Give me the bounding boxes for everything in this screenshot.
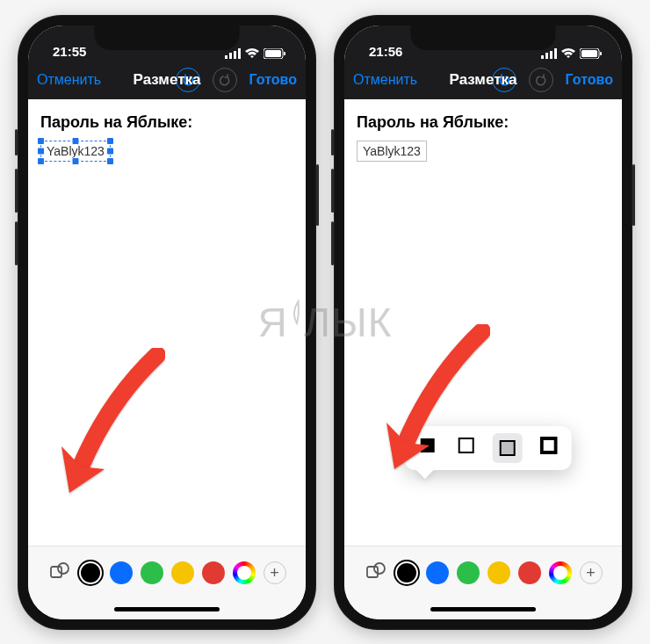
svg-rect-11 (550, 51, 552, 59)
color-swatch-black[interactable] (397, 563, 416, 582)
svg-rect-1 (229, 53, 232, 59)
watermark-left: Я (258, 299, 288, 346)
home-indicator[interactable] (344, 600, 622, 619)
nav-title: Разметка (134, 71, 201, 89)
note-heading: Пароль на Яблыке: (357, 113, 611, 132)
nav-title: Разметка (450, 71, 517, 89)
shapes-tool-button[interactable] (48, 562, 71, 584)
nav-bar: Отменить Разметка Готово (344, 61, 622, 99)
color-swatch-black[interactable] (81, 563, 100, 582)
comparison-stage: Я ЛЫК 21:55 Отменить Разметка (0, 0, 650, 644)
resize-handle-bl[interactable] (37, 157, 45, 165)
svg-rect-10 (545, 53, 548, 59)
markup-toolbar: + (344, 546, 622, 600)
cancel-button[interactable]: Отменить (37, 72, 101, 88)
svg-rect-18 (501, 441, 515, 455)
resize-handle-br[interactable] (106, 157, 114, 165)
svg-rect-6 (284, 52, 285, 55)
shape-option-filled[interactable] (415, 433, 440, 458)
color-picker-button[interactable] (233, 561, 256, 584)
svg-rect-14 (581, 50, 597, 57)
shape-option-thick[interactable] (537, 433, 561, 458)
status-right (541, 48, 603, 59)
annotation-arrow (56, 348, 170, 497)
shape-option-semi[interactable] (493, 433, 523, 463)
add-tool-button[interactable]: + (264, 561, 286, 584)
add-tool-button[interactable]: + (580, 561, 603, 584)
resize-handle-bm[interactable] (71, 157, 79, 165)
color-picker-button[interactable] (549, 561, 572, 584)
svg-rect-19 (542, 438, 556, 452)
svg-rect-16 (421, 438, 435, 452)
resize-handle-tl[interactable] (37, 137, 45, 145)
markup-textbox[interactable]: YaBlyk123 (357, 141, 427, 162)
watermark-right: ЛЫК (304, 299, 393, 346)
svg-rect-15 (600, 52, 602, 55)
color-swatch-yellow[interactable] (488, 561, 510, 584)
resize-handle-ml[interactable] (37, 147, 45, 155)
color-swatch-red[interactable] (518, 561, 541, 584)
color-swatch-blue[interactable] (426, 561, 449, 584)
nav-bar: Отменить Разметка Готово (28, 61, 306, 99)
shapes-tool-button[interactable] (365, 562, 387, 584)
color-swatch-yellow[interactable] (171, 561, 194, 584)
markup-toolbar: + (28, 546, 306, 600)
svg-rect-0 (225, 55, 228, 59)
color-swatch-blue[interactable] (110, 561, 133, 584)
cellular-icon (541, 48, 557, 59)
notch (411, 25, 556, 50)
wifi-icon (561, 48, 575, 59)
resize-handle-mr[interactable] (106, 147, 114, 155)
redo-button[interactable] (529, 68, 553, 92)
textbox-value: YaBlyk123 (363, 144, 421, 158)
svg-point-21 (374, 563, 385, 574)
color-swatch-green[interactable] (457, 561, 480, 584)
home-indicator[interactable] (28, 600, 306, 619)
resize-handle-tr[interactable] (106, 137, 114, 145)
color-swatch-green[interactable] (141, 561, 163, 584)
svg-rect-12 (554, 48, 557, 59)
note-heading: Пароль на Яблыке: (40, 113, 295, 132)
textbox-value: YaBlyk123 (47, 144, 105, 158)
battery-icon (264, 48, 286, 59)
notch (95, 25, 240, 50)
wifi-icon (245, 48, 259, 59)
cellular-icon (225, 48, 241, 59)
done-button[interactable]: Готово (249, 72, 297, 88)
done-button[interactable]: Готово (566, 72, 613, 88)
resize-handle-tm[interactable] (71, 137, 79, 145)
svg-rect-5 (265, 50, 281, 57)
shape-fill-popover (405, 426, 572, 470)
status-time: 21:56 (369, 44, 402, 59)
markup-textbox[interactable]: YaBlyk123 (40, 141, 111, 162)
svg-point-8 (58, 563, 69, 574)
watermark: Я ЛЫК (258, 299, 393, 346)
redo-button[interactable] (213, 68, 237, 92)
color-swatch-red[interactable] (202, 561, 225, 584)
battery-icon (580, 48, 603, 59)
svg-rect-9 (541, 55, 544, 59)
cancel-button[interactable]: Отменить (353, 72, 417, 88)
status-right (225, 48, 286, 59)
svg-rect-3 (238, 48, 241, 59)
shape-option-outline[interactable] (454, 433, 479, 458)
status-time: 21:55 (53, 44, 86, 59)
svg-rect-17 (459, 438, 473, 452)
svg-rect-2 (234, 51, 236, 59)
